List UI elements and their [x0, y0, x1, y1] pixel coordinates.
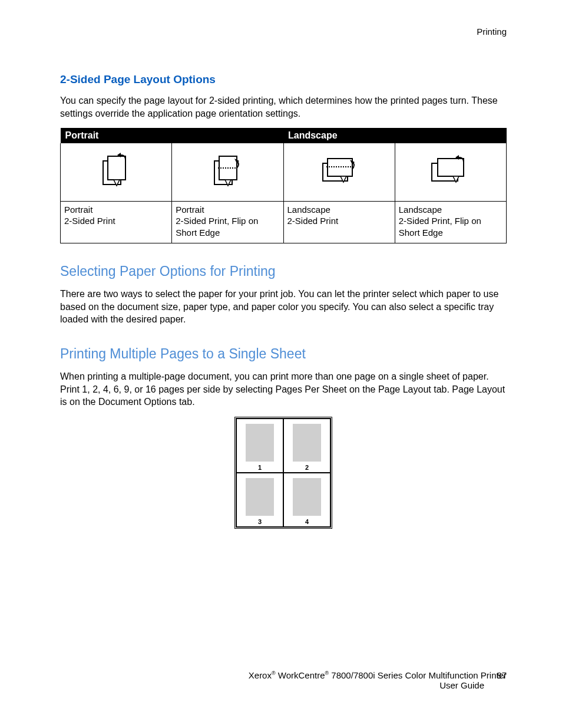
th-portrait: Portrait: [61, 128, 284, 143]
nup-number: 4: [305, 518, 309, 525]
icon-portrait-flip-short: [172, 143, 283, 201]
cell-label: Portrait: [176, 204, 279, 216]
nup-cell-2: 2: [283, 419, 330, 473]
heading-selecting-paper: Selecting Paper Options for Printing: [60, 263, 507, 279]
cell-label: Portrait: [64, 204, 168, 216]
cell-label: Landscape: [287, 204, 391, 216]
cell-label: 2-Sided Print, Flip on Short Edge: [176, 215, 279, 238]
n-up-diagram: 1 2 3 4: [234, 417, 332, 529]
cell-landscape-2sided: Landscape 2-Sided Print: [283, 201, 395, 243]
footer-product: 7800/7800i Series Color Multifunction Pr…: [331, 670, 507, 680]
para-multiple-pages: When printing a multiple-page document, …: [60, 370, 507, 409]
cell-portrait-2sided: Portrait 2-Sided Print: [61, 201, 172, 243]
page-number: 87: [497, 670, 507, 680]
nup-thumbnail-icon: [246, 478, 274, 516]
page-flip-long-landscape-icon: [320, 155, 358, 189]
nup-thumbnail-icon: [293, 424, 321, 462]
cell-portrait-flip-short: Portrait 2-Sided Print, Flip on Short Ed…: [172, 201, 283, 243]
heading-2sided-options: 2-Sided Page Layout Options: [60, 73, 507, 86]
layout-options-table: Portrait Landscape: [60, 128, 507, 243]
nup-cell-1: 1: [236, 419, 283, 473]
heading-multiple-pages: Printing Multiple Pages to a Single Shee…: [60, 346, 507, 362]
nup-number: 3: [258, 518, 262, 525]
svg-rect-1: [108, 156, 125, 180]
cell-landscape-flip-short: Landscape 2-Sided Print, Flip on Short E…: [395, 201, 506, 243]
nup-number: 1: [258, 464, 262, 471]
cell-label: 2-Sided Print: [64, 215, 168, 227]
cell-label: 2-Sided Print, Flip on Short Edge: [399, 215, 503, 238]
page-flip-short-landscape-icon: [429, 156, 472, 188]
icon-landscape-2sided: [283, 143, 395, 201]
page-footer: Xerox® WorkCentre® 7800/7800i Series Col…: [60, 670, 507, 690]
icon-portrait-2sided: [61, 143, 172, 201]
footer-subtitle: User Guide: [60, 680, 507, 690]
nup-thumbnail-icon: [246, 424, 274, 462]
para-selecting-paper: There are two ways to select the paper f…: [60, 288, 507, 326]
registered-icon: ®: [272, 670, 276, 676]
nup-cell-4: 4: [283, 473, 330, 527]
nup-number: 2: [305, 464, 309, 471]
cell-label: 2-Sided Print: [287, 215, 391, 227]
page-flip-short-portrait-icon: [211, 153, 244, 192]
running-header: Printing: [60, 27, 507, 37]
th-landscape: Landscape: [283, 128, 507, 143]
cell-label: Landscape: [399, 204, 503, 216]
footer-brand1: Xerox: [249, 670, 272, 680]
nup-cell-3: 3: [236, 473, 283, 527]
icon-landscape-flip-short: [395, 143, 506, 201]
para-2sided-intro: You can specify the page layout for 2-si…: [60, 94, 507, 120]
page-flip-long-portrait-icon: [100, 153, 133, 192]
nup-thumbnail-icon: [293, 478, 321, 516]
registered-icon: ®: [325, 670, 329, 676]
svg-rect-16: [438, 159, 464, 176]
footer-brand2: WorkCentre: [278, 670, 325, 680]
